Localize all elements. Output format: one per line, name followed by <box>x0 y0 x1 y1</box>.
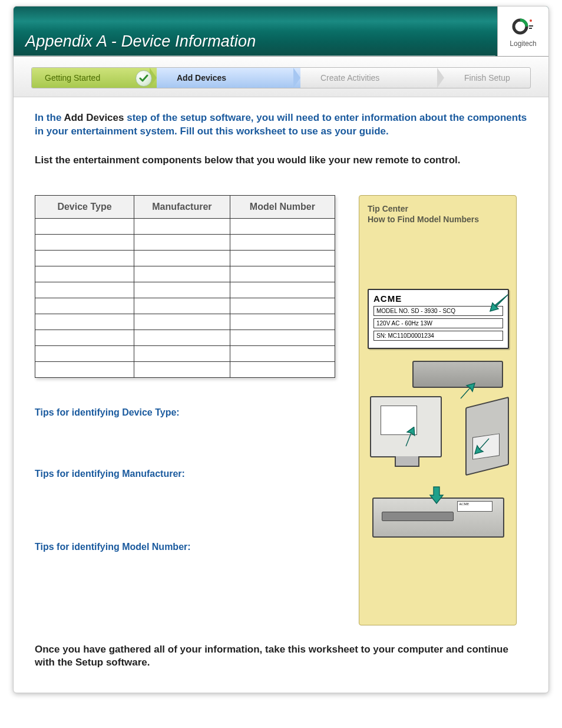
table-cell <box>230 298 335 314</box>
table-cell <box>134 282 230 298</box>
table-cell <box>35 218 134 234</box>
table-cell <box>134 298 230 314</box>
col-header-model-number: Model Number <box>230 195 335 218</box>
brand-logo-box: Logitech <box>497 6 548 56</box>
label-brand: ACME <box>373 294 503 304</box>
wizard-stepbar-container: Getting Started Add Devices Create Activ… <box>14 57 548 97</box>
step-finish-setup: Finish Setup <box>444 68 530 88</box>
arrow-icon <box>488 291 511 315</box>
table-cell <box>134 361 230 377</box>
page-title: Appendix A - Device Information <box>14 32 495 56</box>
label-model-line: MODEL NO. SD - 3930 - SCQ <box>373 306 503 316</box>
table-cell <box>35 234 134 250</box>
table-cell <box>134 218 230 234</box>
brand-name: Logitech <box>510 39 536 48</box>
table-cell <box>35 250 134 266</box>
model-label-illustration: ACME MODEL NO. SD - 3930 - SCQ 120V AC -… <box>368 289 509 349</box>
tips-device-type: Tips for identifying Device Type: <box>35 407 335 418</box>
table-row <box>35 266 335 282</box>
table-row <box>35 250 335 266</box>
table-cell <box>230 361 335 377</box>
table-cell <box>230 345 335 361</box>
step-label: Getting Started <box>45 73 100 83</box>
col-header-device-type: Device Type <box>35 195 134 218</box>
svg-point-1 <box>530 19 532 22</box>
table-cell <box>134 314 230 330</box>
device-worksheet-table: Device Type Manufacturer Model Number <box>35 195 335 378</box>
table-row <box>35 234 335 250</box>
step-label: Finish Setup <box>464 73 510 83</box>
header-bar: Appendix A - Device Information Logitech <box>14 6 548 57</box>
arrow-icon <box>457 381 477 401</box>
tipbox-title: Tip Center <box>368 204 509 213</box>
table-row <box>35 361 335 377</box>
svg-rect-2 <box>529 25 533 27</box>
content-area: In the Add Devices step of the setup sof… <box>14 97 548 693</box>
tips-model-number: Tips for identifying Model Number: <box>35 542 335 552</box>
svg-rect-3 <box>529 28 532 29</box>
table-cell <box>35 282 134 298</box>
arrow-icon <box>399 427 419 447</box>
table-cell <box>35 298 134 314</box>
logitech-logo-icon <box>511 15 535 38</box>
table-cell <box>134 234 230 250</box>
step-create-activities: Create Activities <box>300 68 444 88</box>
tipbox-subtitle: How to Find Model Numbers <box>368 215 509 224</box>
device-sketches: ACME <box>368 361 509 538</box>
tips-manufacturer: Tips for identifying Manufacturer: <box>35 469 335 479</box>
table-cell <box>230 234 335 250</box>
table-row <box>35 282 335 298</box>
left-column: Device Type Manufacturer Model Number Ti… <box>35 195 335 552</box>
table-cell <box>134 330 230 345</box>
device-table-body <box>35 218 335 377</box>
final-instruction: Once you have gathered all of your infor… <box>35 643 527 669</box>
table-cell <box>35 330 134 345</box>
arrow-icon <box>427 485 447 505</box>
step-add-devices: Add Devices <box>157 68 300 88</box>
table-row <box>35 218 335 234</box>
list-instruction: List the entertainment components below … <box>35 154 527 167</box>
step-getting-started: Getting Started <box>32 68 157 88</box>
table-cell <box>35 361 134 377</box>
table-cell <box>35 345 134 361</box>
table-cell <box>35 266 134 282</box>
wizard-stepbar: Getting Started Add Devices Create Activ… <box>31 67 531 88</box>
page: Appendix A - Device Information Logitech… <box>13 6 549 693</box>
checkmark-icon <box>135 70 152 87</box>
vcr-label: ACME <box>457 501 492 512</box>
table-cell <box>230 282 335 298</box>
table-cell <box>230 250 335 266</box>
label-serial-line: SN: MC110D0001234 <box>373 331 503 341</box>
table-cell <box>134 266 230 282</box>
step-label: Create Activities <box>320 73 379 83</box>
arrow-icon <box>472 436 492 456</box>
table-cell <box>230 330 335 345</box>
two-column-layout: Device Type Manufacturer Model Number Ti… <box>35 195 527 625</box>
table-row <box>35 314 335 330</box>
col-header-manufacturer: Manufacturer <box>134 195 230 218</box>
tip-center-panel: Tip Center How to Find Model Numbers ACM… <box>359 195 517 625</box>
step-label: Add Devices <box>177 73 226 83</box>
table-cell <box>230 218 335 234</box>
table-row <box>35 298 335 314</box>
intro-pre: In the <box>35 112 64 123</box>
table-cell <box>230 266 335 282</box>
intro-bold: Add Devices <box>64 112 124 123</box>
table-row <box>35 345 335 361</box>
label-power-line: 120V AC - 60Hz 13W <box>373 318 503 328</box>
table-cell <box>35 314 134 330</box>
table-cell <box>134 250 230 266</box>
table-cell <box>230 314 335 330</box>
table-cell <box>134 345 230 361</box>
intro-paragraph: In the Add Devices step of the setup sof… <box>35 111 527 139</box>
table-row <box>35 330 335 345</box>
